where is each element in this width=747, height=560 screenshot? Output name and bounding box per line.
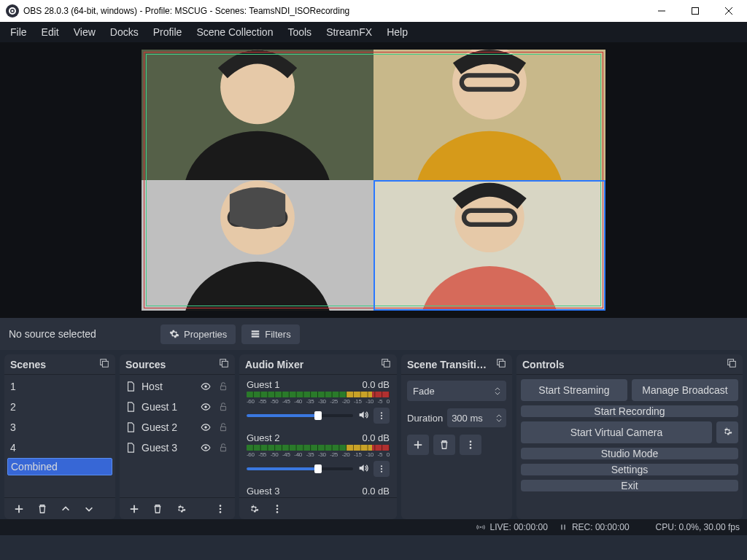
plus-icon: [413, 440, 423, 450]
exit-button[interactable]: Exit: [521, 480, 738, 491]
add-source-button[interactable]: [124, 500, 144, 518]
svg-rect-23: [252, 333, 260, 335]
source-label: Guest 2: [142, 421, 194, 433]
maximize-button[interactable]: [678, 0, 712, 22]
menu-view[interactable]: View: [66, 23, 103, 41]
preview-canvas[interactable]: [142, 50, 605, 311]
source-item[interactable]: Host: [120, 376, 235, 397]
svg-rect-34: [221, 427, 226, 430]
channel-level: 0.0 dB: [362, 432, 390, 443]
menu-docks[interactable]: Docks: [103, 23, 146, 41]
source-item[interactable]: Guest 3: [120, 438, 235, 458]
visibility-toggle[interactable]: [200, 422, 212, 432]
mixer-more-button[interactable]: [267, 500, 287, 518]
menu-streamfx[interactable]: StreamFX: [319, 23, 379, 41]
popout-icon[interactable]: [99, 358, 109, 370]
minimize-button[interactable]: [645, 0, 678, 22]
channel-name: Guest 2: [247, 432, 280, 443]
eye-icon: [201, 381, 211, 392]
source-properties-button[interactable]: [171, 500, 191, 518]
file-icon: [125, 422, 136, 432]
source-item[interactable]: Guest 1: [120, 397, 235, 417]
preview-guest3[interactable]: [374, 180, 605, 311]
menu-tools[interactable]: Tools: [280, 23, 319, 41]
menu-help[interactable]: Help: [379, 23, 415, 41]
remove-scene-button[interactable]: [32, 500, 53, 518]
lock-toggle[interactable]: [217, 402, 229, 412]
popout-icon[interactable]: [727, 358, 737, 370]
preview-host[interactable]: [142, 50, 374, 180]
channel-more-button[interactable]: [374, 461, 390, 477]
transition-select[interactable]: Fade: [407, 381, 506, 401]
virtual-camera-settings-button[interactable]: [716, 421, 738, 443]
popout-icon[interactable]: [496, 358, 506, 370]
manage-broadcast-button[interactable]: Manage Broadcast: [632, 379, 738, 401]
remove-transition-button[interactable]: [433, 435, 455, 455]
statusbar: LIVE: 00:00:00 REC: 00:00:00 CPU: 0.0%, …: [0, 519, 747, 535]
source-label: Host: [142, 381, 194, 392]
popout-icon[interactable]: [381, 358, 391, 370]
preview-guest1[interactable]: [374, 50, 605, 180]
lock-toggle[interactable]: [217, 422, 229, 432]
scene-down-button[interactable]: [79, 500, 99, 518]
scene-item[interactable]: 3: [4, 417, 115, 438]
updown-icon[interactable]: [496, 414, 502, 422]
add-scene-button[interactable]: [9, 500, 29, 518]
svg-point-47: [381, 471, 382, 472]
studio-mode-button[interactable]: Studio Mode: [521, 448, 738, 459]
lock-toggle[interactable]: [217, 443, 229, 453]
svg-rect-32: [221, 406, 226, 410]
scene-up-button[interactable]: [55, 500, 76, 518]
popout-icon[interactable]: [219, 358, 229, 370]
scene-item[interactable]: 4: [4, 438, 115, 458]
chevron-down-icon: [84, 504, 94, 514]
add-transition-button[interactable]: [407, 435, 429, 455]
scene-item[interactable]: Combined: [7, 458, 112, 475]
gear-icon: [176, 504, 186, 514]
controls-body: Start Streaming Manage Broadcast Start R…: [516, 375, 743, 496]
settings-button[interactable]: Settings: [521, 464, 738, 475]
channel-level: 0.0 dB: [362, 486, 390, 497]
preview-guest2[interactable]: [142, 180, 374, 311]
menu-file[interactable]: File: [3, 23, 34, 41]
duration-label: Duration: [407, 413, 443, 424]
channel-name: Guest 3: [247, 486, 280, 497]
mixer-channel: Guest 10.0 dB-60-55-50-45-40-35-30-25-20…: [239, 376, 397, 429]
visibility-toggle[interactable]: [200, 402, 212, 412]
remove-source-button[interactable]: [147, 500, 168, 518]
close-button[interactable]: [712, 0, 746, 22]
lock-toggle[interactable]: [217, 381, 229, 392]
preview-area[interactable]: [0, 42, 747, 318]
scene-item[interactable]: 1: [4, 376, 115, 397]
gear-icon: [169, 329, 179, 339]
transition-more-button[interactable]: [460, 435, 481, 455]
duration-input[interactable]: 300 ms: [447, 408, 506, 427]
start-streaming-button[interactable]: Start Streaming: [521, 379, 627, 401]
source-label: Guest 3: [142, 442, 194, 454]
menu-scene-collection[interactable]: Scene Collection: [189, 23, 280, 41]
menu-profile[interactable]: Profile: [146, 23, 190, 41]
visibility-toggle[interactable]: [200, 443, 212, 453]
source-more-button[interactable]: [210, 500, 231, 518]
start-recording-button[interactable]: Start Recording: [521, 405, 738, 417]
filters-button[interactable]: Filters: [241, 324, 299, 344]
speaker-icon[interactable]: [357, 462, 369, 476]
source-item[interactable]: Guest 2: [120, 417, 235, 438]
mixer-settings-button[interactable]: [244, 500, 264, 518]
properties-button[interactable]: Properties: [160, 324, 236, 344]
volume-slider[interactable]: [247, 414, 353, 417]
start-virtual-camera-button[interactable]: Start Virtual Camera: [521, 421, 712, 443]
visibility-toggle[interactable]: [200, 381, 212, 392]
file-icon: [125, 402, 136, 412]
volume-slider[interactable]: [247, 467, 353, 470]
duration-row: Duration 300 ms: [401, 405, 512, 430]
speaker-icon[interactable]: [357, 409, 369, 423]
svg-point-51: [276, 505, 279, 507]
svg-rect-36: [221, 447, 226, 451]
menu-edit[interactable]: Edit: [34, 23, 66, 41]
scene-item[interactable]: 2: [4, 397, 115, 417]
channel-more-button[interactable]: [374, 408, 390, 424]
svg-rect-26: [102, 361, 108, 367]
lock-icon: [218, 422, 228, 432]
transitions-panel: Scene Transiti… Fade Duration 300 ms: [401, 354, 512, 519]
